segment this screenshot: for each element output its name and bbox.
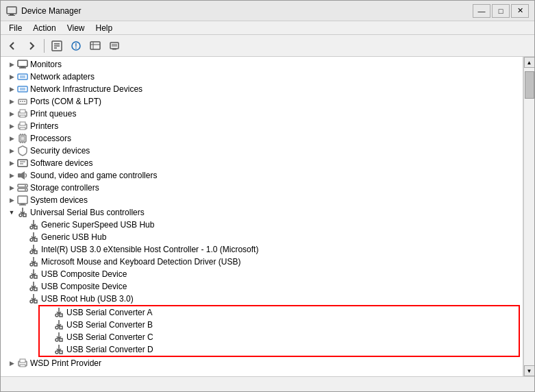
show-hidden-button[interactable] — [86, 38, 104, 54]
scroll-down-button[interactable]: ▼ — [524, 365, 535, 376]
menu-bar: File Action View Help — [1, 21, 534, 35]
tree-item-usb-root-hub[interactable]: ▶ USB Root Hub (USB 3.0) — [1, 293, 523, 305]
usb-serial-highlight-box: ▶ USB Serial Converter A ▶ — [38, 305, 520, 357]
app-icon — [6, 5, 17, 16]
expander-security[interactable]: ▶ — [6, 145, 17, 156]
tree-item-software[interactable]: ▶ Software devices — [1, 157, 523, 169]
expander-monitors[interactable]: ▶ — [6, 59, 17, 70]
expander-sound[interactable]: ▶ — [6, 170, 17, 181]
usb-composite-1-icon — [28, 269, 39, 280]
tree-item-sound[interactable]: ▶ Sound, video and game controllers — [1, 169, 523, 182]
expander-storage[interactable]: ▶ — [6, 182, 17, 193]
tree-item-network-infrastructure[interactable]: ▶ Network Infrastructure Devices — [1, 83, 523, 95]
software-icon — [17, 158, 28, 169]
tree-item-system[interactable]: ▶ System devices — [1, 194, 523, 206]
tree-item-usb-composite-1[interactable]: ▶ USB Composite Device — [1, 268, 523, 280]
forward-button[interactable] — [23, 38, 40, 54]
properties-button[interactable] — [48, 38, 66, 54]
minimize-button[interactable]: — — [473, 4, 490, 18]
device-tree[interactable]: ▶ Monitors ▶ — [1, 57, 523, 376]
label-usb-composite-1: USB Composite Device — [41, 269, 127, 279]
tree-item-network-adapters[interactable]: ▶ Network adapters — [1, 71, 523, 83]
label-usb-root: Universal Serial Bus controllers — [30, 208, 145, 217]
tree-item-security[interactable]: ▶ Security devices — [1, 145, 523, 157]
tree-item-intel-usb[interactable]: ▶ Intel(R) USB 3.0 eXtensible Host Contr… — [1, 243, 523, 256]
tree-item-usb-root[interactable]: ▼ Universal Serial Bus controllers — [1, 206, 523, 219]
usb-root-hub-icon — [28, 293, 39, 304]
svg-point-76 — [55, 351, 58, 354]
svg-rect-36 — [21, 136, 25, 140]
maximize-button[interactable]: □ — [492, 4, 510, 18]
expander-print-queues[interactable]: ▶ — [6, 108, 17, 119]
usb-root-icon — [17, 207, 28, 218]
expander-usb-root[interactable]: ▼ — [6, 207, 17, 218]
tree-item-ports[interactable]: ▶ Ports (COM & LPT) — [1, 95, 523, 108]
svg-rect-33 — [20, 122, 25, 125]
scroll-thumb[interactable] — [525, 71, 534, 99]
tree-item-storage[interactable]: ▶ Storage controllers — [1, 182, 523, 194]
menu-action[interactable]: Action — [27, 23, 61, 34]
title-bar: Device Manager — □ ✕ — [1, 1, 534, 21]
label-generic-ss-hub: Generic SuperSpeed USB Hub — [41, 220, 154, 230]
tree-item-usb-serial-a[interactable]: ▶ USB Serial Converter A — [40, 306, 519, 319]
usb-composite-2-icon — [28, 281, 39, 292]
generic-ss-hub-icon — [28, 219, 39, 230]
svg-point-58 — [30, 238, 33, 241]
vertical-scrollbar[interactable]: ▲ ▼ — [523, 57, 534, 376]
expander-ports[interactable]: ▶ — [6, 96, 17, 107]
svg-point-56 — [30, 226, 33, 229]
system-icon — [17, 195, 28, 206]
tree-item-print-queues[interactable]: ▶ Print queues — [1, 108, 523, 120]
label-printers: Printers — [30, 121, 58, 131]
print-queues-icon — [17, 108, 28, 119]
tree-item-usb-composite-2[interactable]: ▶ USB Composite Device — [1, 280, 523, 293]
scroll-up-button[interactable]: ▲ — [524, 57, 535, 68]
menu-view[interactable]: View — [62, 23, 90, 34]
svg-rect-61 — [34, 251, 37, 254]
svg-rect-63 — [34, 263, 37, 266]
device-manager-window: Device Manager — □ ✕ File Action View He… — [0, 0, 535, 392]
intel-usb-icon — [28, 244, 39, 255]
svg-rect-30 — [20, 110, 25, 113]
tree-item-generic-usb-hub[interactable]: ▶ Generic USB Hub — [1, 231, 523, 243]
expander-software[interactable]: ▶ — [6, 158, 17, 169]
expander-network-infrastructure[interactable]: ▶ — [6, 84, 17, 95]
scan-button[interactable] — [105, 38, 123, 54]
close-button[interactable]: ✕ — [511, 4, 529, 18]
tree-item-usb-serial-c[interactable]: ▶ USB Serial Converter C — [40, 331, 519, 343]
update-driver-button[interactable]: ! — [67, 38, 85, 54]
svg-rect-16 — [18, 60, 27, 66]
tree-item-wsd-print[interactable]: ▶ WSD Print Provider — [1, 357, 523, 369]
tree-item-usb-serial-d[interactable]: ▶ USB Serial Converter D — [40, 343, 519, 356]
label-generic-usb-hub: Generic USB Hub — [41, 232, 106, 242]
svg-rect-13 — [112, 49, 116, 50]
svg-point-72 — [55, 326, 58, 329]
svg-point-60 — [30, 251, 33, 254]
menu-file[interactable]: File — [3, 23, 27, 34]
tree-item-printers[interactable]: ▶ Printers — [1, 120, 523, 132]
svg-rect-80 — [20, 365, 25, 367]
svg-point-27 — [22, 101, 23, 102]
expander-wsd-print[interactable]: ▶ — [6, 358, 17, 369]
tree-item-ms-mouse[interactable]: ▶ Microsoft Mouse and Keyboard Detection… — [1, 256, 523, 268]
expander-printers[interactable]: ▶ — [6, 121, 17, 132]
back-button[interactable] — [3, 38, 21, 54]
svg-rect-2 — [8, 15, 15, 16]
label-sound: Sound, video and game controllers — [30, 171, 157, 180]
menu-help[interactable]: Help — [90, 23, 119, 34]
sound-icon — [17, 170, 28, 181]
expander-processors[interactable]: ▶ — [6, 133, 17, 144]
tree-item-monitors[interactable]: ▶ Monitors — [1, 58, 523, 71]
expander-network-adapters[interactable]: ▶ — [6, 71, 17, 82]
scroll-track[interactable] — [525, 68, 534, 365]
expander-system[interactable]: ▶ — [6, 195, 17, 206]
svg-point-74 — [55, 339, 58, 341]
svg-point-28 — [24, 101, 25, 102]
svg-point-26 — [20, 101, 21, 102]
svg-text:!: ! — [75, 42, 77, 50]
svg-rect-77 — [60, 351, 62, 354]
tree-item-usb-serial-b[interactable]: ▶ USB Serial Converter B — [40, 319, 519, 331]
tree-item-processors[interactable]: ▶ Processors — [1, 132, 523, 145]
tree-item-generic-ss-hub[interactable]: ▶ Generic SuperSpeed USB Hub — [1, 219, 523, 231]
ms-mouse-icon — [28, 256, 39, 267]
